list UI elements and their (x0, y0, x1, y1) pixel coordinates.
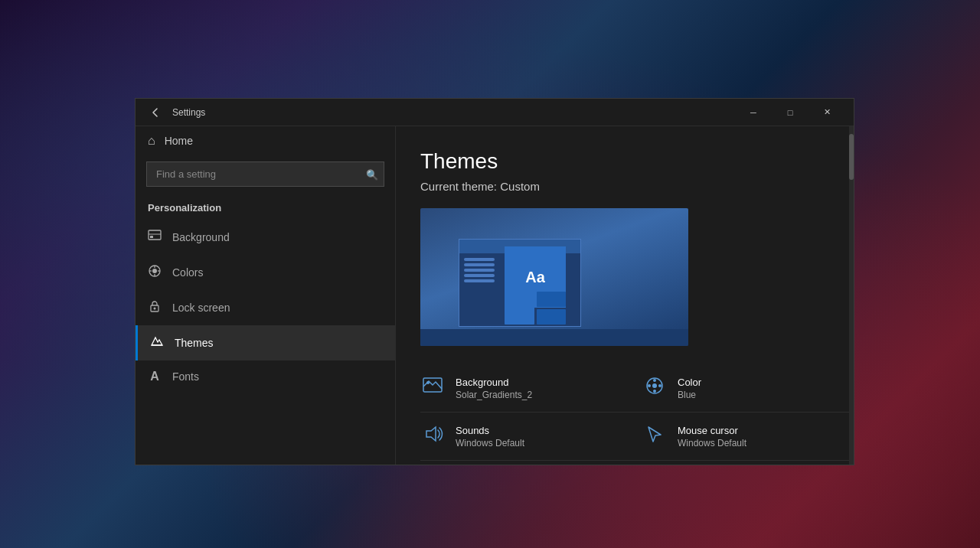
preview-icon-line-2 (464, 263, 495, 266)
info-item-background[interactable]: Background Solar_Gradients_2 (420, 364, 642, 413)
preview-tile-1 (537, 292, 567, 307)
info-grid: Background Solar_Gradients_2 (420, 364, 849, 461)
info-item-mouse-cursor[interactable]: Mouse cursor Windows Default (642, 413, 849, 461)
svg-point-20 (652, 383, 657, 388)
back-button[interactable] (145, 102, 166, 123)
info-background-value: Solar_Gradients_2 (456, 390, 532, 400)
maximize-button[interactable]: □ (773, 99, 808, 126)
info-mouse-cursor-icon (642, 423, 667, 449)
scrollbar-thumb[interactable] (849, 134, 854, 180)
svg-marker-21 (426, 427, 436, 441)
preview-aa-text: Aa (525, 269, 545, 286)
info-background-icon (420, 375, 445, 401)
sidebar-item-lock-screen[interactable]: Lock screen (136, 290, 395, 325)
preview-tile-2 (537, 309, 567, 325)
colors-icon (148, 264, 162, 281)
fonts-icon: A (148, 370, 162, 383)
preview-icon-line-4 (464, 274, 495, 277)
sidebar: ⌂ Home 🔍 Personalization Background (136, 126, 396, 465)
scrollbar-track[interactable] (849, 126, 854, 465)
sidebar-section-title: Personalization (136, 193, 395, 220)
preview-icon-line-3 (464, 269, 495, 272)
home-icon: ⌂ (148, 134, 155, 148)
sidebar-item-fonts[interactable]: A Fonts (136, 360, 395, 393)
info-mouse-cursor-text: Mouse cursor Windows Default (678, 425, 746, 449)
info-sounds-icon (420, 423, 445, 449)
info-background-label: Background (456, 377, 532, 388)
theme-preview: Aa (420, 208, 688, 346)
content-area: Themes Current theme: Custom Aa (396, 126, 849, 465)
sidebar-item-home[interactable]: ⌂ Home (136, 126, 395, 155)
sidebar-item-themes[interactable]: Themes (136, 325, 395, 360)
preview-tile-tall (505, 292, 534, 325)
info-sounds-text: Sounds Windows Default (456, 425, 524, 449)
minimize-button[interactable]: ─ (736, 99, 771, 126)
lock-screen-label: Lock screen (172, 302, 230, 314)
info-item-color[interactable]: Color Blue (642, 364, 849, 413)
background-icon (148, 229, 162, 246)
sidebar-item-background[interactable]: Background (136, 220, 395, 255)
close-button[interactable]: ✕ (809, 99, 844, 126)
preview-tiles (505, 292, 566, 325)
svg-rect-0 (149, 230, 161, 240)
info-sounds-value: Windows Default (456, 438, 524, 449)
home-label: Home (165, 135, 193, 147)
search-icon: 🔍 (366, 168, 378, 180)
svg-point-17 (658, 384, 662, 387)
info-color-value: Blue (678, 390, 701, 400)
window-controls: ─ □ ✕ (736, 99, 844, 126)
svg-point-16 (653, 379, 656, 382)
sidebar-item-colors[interactable]: Colors (136, 255, 395, 290)
themes-icon (150, 334, 164, 351)
info-color-label: Color (678, 377, 701, 388)
search-box: 🔍 (146, 161, 384, 187)
page-title: Themes (420, 149, 825, 174)
info-color-text: Color Blue (678, 377, 701, 400)
background-label: Background (172, 231, 230, 243)
svg-point-19 (648, 384, 651, 387)
themes-label: Themes (175, 337, 214, 349)
preview-icon-line-5 (464, 279, 495, 282)
info-mouse-cursor-label: Mouse cursor (678, 425, 746, 436)
fonts-label: Fonts (172, 370, 199, 383)
svg-point-18 (653, 390, 656, 393)
svg-point-5 (152, 269, 157, 273)
svg-point-14 (426, 381, 430, 384)
svg-rect-3 (150, 236, 153, 238)
svg-rect-1 (149, 230, 161, 240)
info-color-icon (642, 375, 667, 401)
preview-icon-line-1 (464, 258, 495, 261)
main-area: ⌂ Home 🔍 Personalization Background (136, 126, 854, 465)
info-sounds-label: Sounds (456, 425, 524, 436)
current-theme-label: Current theme: Custom (420, 180, 825, 193)
preview-taskbar (420, 329, 688, 346)
svg-point-11 (154, 308, 156, 310)
title-bar: Settings ─ □ ✕ (136, 99, 854, 126)
lock-screen-icon (148, 299, 162, 316)
info-item-sounds[interactable]: Sounds Windows Default (420, 413, 642, 461)
window-title: Settings (172, 107, 736, 118)
colors-label: Colors (172, 266, 203, 279)
settings-window: Settings ─ □ ✕ ⌂ Home 🔍 Personalization (135, 98, 854, 465)
info-mouse-cursor-value: Windows Default (678, 438, 746, 449)
search-input[interactable] (146, 161, 384, 187)
info-background-text: Background Solar_Gradients_2 (456, 377, 532, 400)
